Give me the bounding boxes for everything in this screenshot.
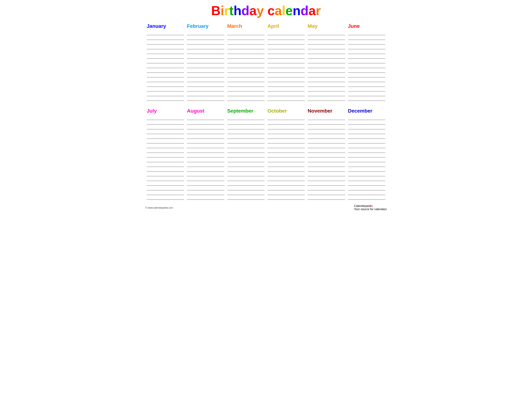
line-row [348,87,385,91]
birthday-calendar-title: Birthday calendar [145,4,387,18]
line-row [147,195,184,200]
line-row [267,82,305,87]
line-row [348,167,385,172]
line-row [348,157,385,162]
line-row [267,129,305,134]
line-row [267,176,305,181]
line-row [187,153,224,157]
line-row [147,68,184,73]
month-name-july: July [147,108,184,114]
line-row [227,186,265,190]
line-row [348,120,385,125]
line-row [308,157,345,162]
line-row [147,96,184,101]
month-col-december: December [347,108,387,200]
line-row [308,181,345,186]
month-col-january: January [145,23,185,101]
month-lines-january [147,31,184,101]
line-row [187,125,224,129]
footer: © www.calendarpedia.com Calendarpedia Yo… [140,203,392,212]
line-row [348,143,385,148]
month-lines-november [308,115,345,200]
line-row [227,31,265,35]
line-row [227,91,265,96]
line-row [227,73,265,77]
line-row [147,35,184,40]
month-col-july: July [145,108,185,200]
line-row [227,157,265,162]
line-row [348,190,385,195]
line-row [267,172,305,176]
line-row [267,68,305,73]
line-row [348,91,385,96]
line-row [308,96,345,101]
line-row [308,49,345,54]
line-row [187,157,224,162]
month-lines-may [308,31,345,101]
line-row [187,167,224,172]
line-row [267,73,305,77]
line-row [308,129,345,134]
line-row [187,120,224,125]
line-row [147,77,184,82]
line-row [267,181,305,186]
month-name-august: August [187,108,224,114]
line-row [147,49,184,54]
month-col-february: February [185,23,226,101]
line-row [147,139,184,143]
line-row [187,59,224,63]
line-row [267,139,305,143]
line-row [147,162,184,167]
line-row [187,54,224,59]
line-row [227,172,265,176]
line-row [227,125,265,129]
line-row [147,134,184,139]
month-col-march: March [226,23,266,101]
line-row [147,45,184,49]
line-row [348,148,385,153]
line-row [267,40,305,45]
line-row [308,176,345,181]
month-lines-february [187,31,224,101]
line-row [147,73,184,77]
line-row [267,190,305,195]
line-row [227,59,265,63]
line-row [308,59,345,63]
line-row [227,129,265,134]
line-row [348,49,385,54]
line-row [348,73,385,77]
line-row [187,87,224,91]
line-row [267,148,305,153]
line-row [308,91,345,96]
line-row [348,96,385,101]
month-name-february: February [187,23,224,29]
line-row [187,40,224,45]
line-row [308,73,345,77]
line-row [187,148,224,153]
line-row [227,115,265,120]
line-row [187,45,224,49]
line-row [147,91,184,96]
line-row [267,120,305,125]
line-row [308,195,345,200]
line-row [227,134,265,139]
line-row [147,129,184,134]
month-name-may: May [308,23,345,29]
line-row [308,125,345,129]
line-row [147,190,184,195]
month-col-june: June [347,23,387,101]
month-name-september: September [227,108,265,114]
page: Birthday calendar JanuaryFebruaryMarchAp… [140,0,392,202]
line-row [187,162,224,167]
line-row [187,181,224,186]
line-row [227,181,265,186]
month-lines-december [348,115,385,200]
line-row [267,96,305,101]
line-row [227,96,265,101]
line-row [267,87,305,91]
line-row [227,148,265,153]
line-row [267,54,305,59]
line-row [348,134,385,139]
month-col-november: November [306,108,346,200]
line-row [187,49,224,54]
